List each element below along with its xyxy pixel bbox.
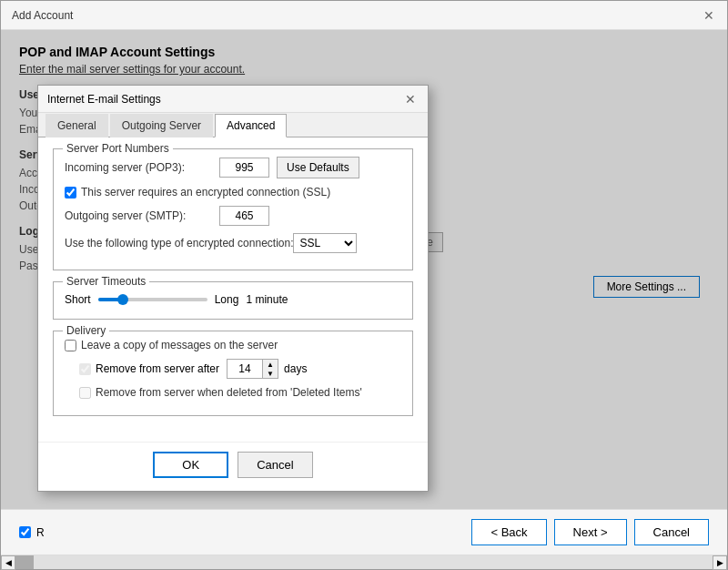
- delivery-group: Delivery Leave a copy of messages on the…: [53, 331, 413, 416]
- outer-content: POP and IMAP Account Settings Enter the …: [1, 30, 727, 509]
- outer-window: Add Account ✕ POP and IMAP Account Setti…: [0, 0, 728, 570]
- back-button[interactable]: < Back: [471, 519, 546, 545]
- days-label: days: [284, 362, 307, 375]
- modal-tabs: General Outgoing Server Advanced: [38, 113, 428, 137]
- timeout-short-label: Short: [65, 293, 91, 306]
- scroll-left-button[interactable]: ◀: [1, 555, 15, 570]
- server-timeouts-group: Server Timeouts Short Long 1 minute: [53, 281, 413, 320]
- tab-outgoing-server[interactable]: Outgoing Server: [110, 114, 213, 137]
- outer-close-button[interactable]: ✕: [702, 8, 716, 23]
- server-port-numbers-legend: Server Port Numbers: [63, 142, 173, 155]
- incoming-server-label: Incoming server (POP3):: [65, 161, 219, 174]
- modal-internet-email-settings: Internet E-mail Settings ✕ General Outgo…: [37, 85, 429, 492]
- tab-advanced[interactable]: Advanced: [215, 114, 287, 137]
- remove-deleted-label: Remove from server when deleted from 'De…: [96, 386, 362, 399]
- outer-bottom-bar: R < Back Next > Cancel: [1, 509, 727, 555]
- remove-after-checkbox[interactable]: [79, 363, 91, 375]
- leave-copy-checkbox[interactable]: [65, 340, 76, 351]
- modal-body: Server Port Numbers Incoming server (POP…: [38, 137, 428, 442]
- scroll-right-button[interactable]: ▶: [713, 555, 727, 570]
- timeout-long-label: Long: [215, 293, 239, 306]
- timeout-slider-fill: [98, 298, 120, 301]
- incoming-server-port-input[interactable]: 995: [219, 158, 269, 178]
- timeout-slider-row: Short Long 1 minute: [65, 293, 401, 306]
- modal-title: Internet E-mail Settings: [47, 93, 161, 106]
- modal-cancel-button[interactable]: Cancel: [238, 452, 312, 478]
- remove-after-days-input[interactable]: [228, 360, 262, 378]
- encryption-type-row: Use the following type of encrypted conn…: [65, 233, 401, 253]
- outer-window-title: Add Account: [12, 9, 73, 22]
- bottom-checkbox-label: R: [36, 526, 45, 539]
- timeout-slider-track[interactable]: [98, 298, 207, 301]
- outgoing-server-port-input[interactable]: 465: [219, 206, 269, 226]
- tab-general[interactable]: General: [46, 114, 108, 137]
- cancel-button[interactable]: Cancel: [634, 519, 709, 545]
- modal-close-button[interactable]: ✕: [402, 91, 419, 107]
- server-port-numbers-group: Server Port Numbers Incoming server (POP…: [53, 148, 413, 270]
- leave-copy-label: Leave a copy of messages on the server: [81, 339, 278, 351]
- spinbox-up-button[interactable]: ▲: [263, 360, 278, 369]
- remove-after-row: Remove from server after ▲ ▼ days: [65, 359, 401, 379]
- modal-overlay: Internet E-mail Settings ✕ General Outgo…: [1, 30, 727, 509]
- server-timeouts-legend: Server Timeouts: [63, 275, 149, 288]
- delivery-legend: Delivery: [63, 324, 109, 337]
- horizontal-scrollbar: ◀ ▶: [1, 555, 727, 569]
- remove-after-label: Remove from server after: [96, 362, 219, 375]
- encryption-type-label: Use the following type of encrypted conn…: [65, 237, 293, 249]
- scroll-handle: [15, 555, 34, 569]
- bottom-checkbox[interactable]: [19, 526, 31, 538]
- modal-footer: OK Cancel: [38, 442, 428, 491]
- ssl-label: This server requires an encrypted connec…: [81, 186, 330, 198]
- spinbox-buttons: ▲ ▼: [262, 360, 278, 378]
- encryption-type-select[interactable]: SSL None TLS Auto: [293, 233, 357, 253]
- leave-copy-checkbox-row[interactable]: Leave a copy of messages on the server: [65, 339, 401, 351]
- remove-deleted-checkbox[interactable]: [79, 387, 91, 399]
- ssl-checkbox[interactable]: [65, 187, 76, 198]
- outer-bottom-left: R: [19, 526, 45, 539]
- spinbox-down-button[interactable]: ▼: [263, 369, 278, 378]
- scroll-track[interactable]: [15, 555, 713, 569]
- modal-ok-button[interactable]: OK: [153, 452, 228, 478]
- timeout-slider-thumb: [117, 294, 128, 305]
- incoming-server-row: Incoming server (POP3): 995 Use Defaults: [65, 157, 401, 178]
- timeout-value: 1 minute: [246, 293, 288, 306]
- outer-titlebar: Add Account ✕: [1, 1, 727, 30]
- remove-after-spinbox: ▲ ▼: [227, 359, 278, 379]
- ssl-checkbox-row[interactable]: This server requires an encrypted connec…: [65, 186, 401, 198]
- outgoing-server-row: Outgoing server (SMTP): 465: [65, 206, 401, 226]
- outer-bottom-right: < Back Next > Cancel: [471, 519, 709, 545]
- next-button[interactable]: Next >: [554, 519, 627, 545]
- remove-deleted-row: Remove from server when deleted from 'De…: [65, 386, 401, 399]
- use-defaults-button[interactable]: Use Defaults: [277, 157, 359, 178]
- outgoing-server-label: Outgoing server (SMTP):: [65, 209, 219, 222]
- modal-titlebar: Internet E-mail Settings ✕: [38, 86, 428, 113]
